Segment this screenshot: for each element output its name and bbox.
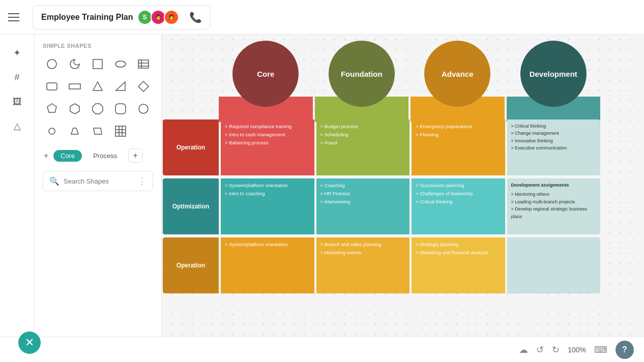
process-tab[interactable]: Process xyxy=(86,150,124,162)
square-shape[interactable] xyxy=(89,55,107,73)
row-1-advance-cell: > Emergency preparations > Planning xyxy=(412,119,505,175)
advance-column-header: Advance xyxy=(411,41,505,122)
hash-tool-button[interactable]: # xyxy=(7,67,27,87)
foundation-column-header: Foundation xyxy=(315,41,409,122)
shape-tool-button[interactable]: △ xyxy=(7,116,27,136)
svg-marker-14 xyxy=(93,104,103,114)
row-3-dev-cell xyxy=(507,237,601,293)
core-circle-label: Core xyxy=(257,70,274,78)
circle2-shape[interactable] xyxy=(134,100,153,118)
row-2-foundation-cell: > Coaching > HR Process > Interviewing xyxy=(316,178,410,234)
svg-point-0 xyxy=(47,59,56,69)
circle-shape[interactable] xyxy=(43,55,61,73)
row-3-advance-cell: > Strategic planning > Marketing and fin… xyxy=(412,237,505,293)
core-circle: Core xyxy=(232,41,299,107)
row-1-foundation-cell: > Budget process > Scheduling > Fraud xyxy=(316,119,410,175)
development-circle: Development xyxy=(520,41,587,107)
row-2-core-cell: > System/platform orientation > Intro to… xyxy=(221,178,314,234)
core-column-header: Core xyxy=(219,41,313,122)
foundation-circle: Foundation xyxy=(329,41,395,107)
row-3-operation: Operation > System/platform orientation … xyxy=(163,237,600,293)
search-icon: 🔍 xyxy=(49,176,60,186)
rounded-octagon-shape[interactable] xyxy=(111,100,130,118)
menu-icon[interactable] xyxy=(8,9,24,25)
octagon-shape[interactable] xyxy=(89,100,107,118)
development-column-header: Development xyxy=(507,41,601,122)
search-input[interactable] xyxy=(64,177,133,185)
undo-icon[interactable]: ↺ xyxy=(536,344,544,355)
svg-rect-8 xyxy=(69,84,80,89)
row-3-core-cell: > System/platform orientation xyxy=(221,237,314,293)
row-2-label: Optimization xyxy=(163,178,219,234)
small-circle-shape[interactable] xyxy=(43,122,61,140)
svg-marker-18 xyxy=(94,128,102,134)
foundation-circle-label: Foundation xyxy=(341,70,383,78)
row-1-core-cell: > Required compliance training > Intro t… xyxy=(221,119,314,175)
search-box[interactable]: 🔍 ⋮ xyxy=(43,171,153,191)
row-1-dev-cell: > Critical thinking > Change management … xyxy=(507,119,601,175)
svg-point-16 xyxy=(49,128,55,134)
left-toolbar: ✦ # 🖼 △ xyxy=(0,35,35,362)
row-2-dev-cell: Development assignments > Mentoring othe… xyxy=(507,178,601,234)
svg-marker-17 xyxy=(71,128,78,134)
add-tab-button[interactable]: + xyxy=(128,148,142,163)
close-fab-button[interactable]: ✕ xyxy=(18,331,41,354)
image-tool-button[interactable]: 🖼 xyxy=(7,92,27,112)
svg-rect-1 xyxy=(93,59,102,69)
help-button[interactable]: ? xyxy=(616,341,634,359)
document-title: Employee Training Plan xyxy=(41,13,133,22)
svg-marker-12 xyxy=(47,104,56,112)
column-headers: Core Foundation Advance Development xyxy=(219,41,600,122)
shapes-grid xyxy=(43,55,153,140)
triangle-shape[interactable] xyxy=(89,77,107,96)
parallelogram-shape[interactable] xyxy=(89,122,107,140)
call-icon[interactable]: 📞 xyxy=(189,11,202,23)
advance-circle: Advance xyxy=(424,41,490,107)
star-tool-button[interactable]: ✦ xyxy=(7,43,27,63)
diamond-shape[interactable] xyxy=(134,77,153,96)
core-tab[interactable]: Core xyxy=(53,150,82,162)
svg-marker-13 xyxy=(70,104,79,114)
bottom-bar: ☁ ↺ ↻ 100% ⌨ ? xyxy=(0,337,644,362)
title-box: Employee Training Plan S 👩 👩 📞 xyxy=(33,5,211,29)
svg-rect-19 xyxy=(115,126,126,136)
table-shape[interactable] xyxy=(134,55,153,73)
row-3-label: Operation xyxy=(163,237,219,293)
row-1-operation: Operation > Required compliance training… xyxy=(163,119,600,175)
cloud-icon[interactable]: ☁ xyxy=(519,344,528,355)
rounded-rect-shape[interactable] xyxy=(43,77,61,96)
advance-circle-label: Advance xyxy=(442,70,474,78)
crescent-shape[interactable] xyxy=(66,55,84,73)
hexagon-shape[interactable] xyxy=(66,100,84,118)
more-options-icon[interactable]: ⋮ xyxy=(137,175,147,187)
svg-rect-3 xyxy=(138,60,149,68)
svg-marker-10 xyxy=(116,82,125,90)
trapezoid-shape[interactable] xyxy=(66,122,84,140)
shapes-panel: SIMPLE SHAPES xyxy=(35,35,162,362)
development-circle-label: Development xyxy=(530,70,577,78)
redo-icon[interactable]: ↻ xyxy=(552,344,560,355)
row-2-advance-cell: > Succession planning > Challenges of le… xyxy=(412,178,505,234)
zoom-level: 100% xyxy=(568,346,586,354)
star-tab-icon[interactable]: ✦ xyxy=(43,151,49,161)
svg-rect-7 xyxy=(47,83,57,90)
shape-tabs-row: ✦ Core Process + xyxy=(43,148,153,163)
avatar-group: S 👩 👩 xyxy=(139,10,179,25)
avatar-3[interactable]: 👩 xyxy=(164,10,179,25)
svg-point-2 xyxy=(115,61,126,67)
row-2-optimization: Optimization > System/platform orientati… xyxy=(163,178,600,234)
svg-marker-11 xyxy=(138,81,149,92)
diagram-area: Core Foundation Advance Development xyxy=(163,41,600,310)
oval-shape[interactable] xyxy=(111,55,130,73)
right-triangle-shape[interactable] xyxy=(111,77,130,96)
keyboard-icon[interactable]: ⌨ xyxy=(594,344,607,355)
header: Employee Training Plan S 👩 👩 📞 xyxy=(0,0,644,35)
svg-marker-9 xyxy=(93,82,102,90)
grid-shape[interactable] xyxy=(111,122,130,140)
close-icon: ✕ xyxy=(25,337,34,348)
svg-point-15 xyxy=(139,104,148,113)
row-3-foundation-cell: > Branch and sales planning > Marketing … xyxy=(316,237,410,293)
row-1-label: Operation xyxy=(163,119,219,175)
wide-rect-shape[interactable] xyxy=(66,77,84,96)
pentagon-shape[interactable] xyxy=(43,100,61,118)
